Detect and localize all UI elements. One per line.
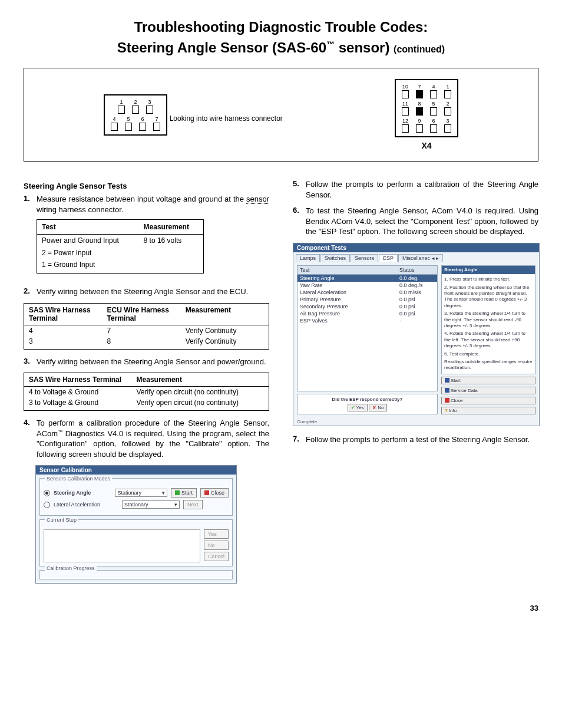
- instructions-panel: Steering Angle 1. Press start to initiat…: [441, 265, 535, 374]
- step-2: 2. Verify wiring between the Steering An…: [24, 286, 269, 297]
- window-title: Sensor Calibration: [36, 466, 236, 475]
- window-title: Component Tests: [293, 243, 539, 252]
- table-row[interactable]: Air Bag Pressure0.0 psi: [297, 310, 437, 317]
- table-cell: Power and Ground Input: [37, 235, 139, 247]
- start-button[interactable]: Start: [171, 488, 197, 498]
- table-row[interactable]: Primary Pressure0.0 psi: [297, 296, 437, 303]
- table-header: Measurement: [181, 303, 269, 325]
- step-text: Follow the prompts to perform a test of …: [306, 435, 530, 444]
- instruction-line: 2. Position the steering wheel so that t…: [444, 285, 533, 309]
- table-row: 47Verify Continuity: [24, 325, 269, 336]
- instruction-line: 4. Rotate the steering wheel 1/4 turn to…: [444, 331, 533, 349]
- step-4: 4. To perform a calibration procedure of…: [24, 418, 269, 459]
- panel-title: Steering Angle: [442, 266, 535, 274]
- no-button[interactable]: ✘No: [369, 404, 387, 411]
- right-column: 5. Follow the prompts to perform a calib…: [293, 179, 538, 592]
- underlined-text: sensor: [246, 195, 269, 204]
- page-title-line2: Steering Angle Sensor (SAS-60™ sensor) (…: [24, 39, 538, 56]
- instruction-line: 1. Press start to initiate the test.: [444, 276, 533, 282]
- continued-label: (continued): [394, 44, 445, 54]
- start-button[interactable]: Start: [441, 377, 535, 384]
- table-row[interactable]: ESP Valves-: [297, 317, 437, 324]
- connector-diagram: 1 2 3 4 5 6 7 Looking into wire harness …: [24, 68, 538, 162]
- table-header: Test: [297, 266, 397, 274]
- pin-label: 5: [432, 101, 435, 107]
- connector-label: X4: [395, 141, 458, 150]
- step-7: 7. Follow the prompts to perform a test …: [293, 434, 538, 445]
- table-header: Status: [397, 266, 437, 274]
- step-1: 1. Measure resistance between input volt…: [24, 194, 269, 281]
- pin-label: 3: [148, 99, 151, 105]
- table-header: SAS Wire Harness Terminal: [24, 303, 103, 325]
- pin-label: 1: [446, 84, 449, 90]
- group-legend: Sensors Calibration Modes: [45, 476, 112, 482]
- select-lateral-mode[interactable]: Stationary▾: [122, 500, 180, 509]
- table-cell: 1 = Ground Input: [37, 259, 139, 274]
- table-sas-power: SAS Wire Harness Terminal Measurement 4 …: [24, 373, 269, 411]
- close-button[interactable]: Close: [200, 488, 229, 498]
- pin-label: 4: [432, 84, 435, 90]
- question-text: Did the ESP respond correctly?: [300, 397, 435, 402]
- info-button[interactable]: ?Info: [441, 407, 535, 414]
- radio-lateral-accel[interactable]: [44, 502, 50, 508]
- table-row[interactable]: Steering Angle0.0 deg.: [297, 275, 437, 282]
- pin-label: 8: [418, 101, 421, 107]
- table-header: Measurement: [132, 373, 269, 387]
- tab-bar: Lamps Switches Sensors ESP Miscellanec ◂…: [293, 252, 539, 262]
- current-step-textarea[interactable]: [44, 529, 200, 562]
- page-title-line1: Troubleshooting Diagnostic Trouble Codes…: [24, 18, 538, 36]
- step-6: 6. To test the Steering Angle Sensor, AC…: [293, 206, 538, 237]
- table-test-measurement: TestMeasurement Power and Ground Input8 …: [37, 219, 204, 274]
- radio-label: Lateral Acceleration: [54, 502, 118, 508]
- table-header: ECU Wire Harness Terminal: [103, 303, 181, 325]
- table-row[interactable]: Lateral Acceleration0.0 m/s/s: [297, 289, 437, 296]
- tab-sensors[interactable]: Sensors: [351, 254, 378, 262]
- group-legend: Current Step: [45, 517, 78, 523]
- pin-label: 2: [134, 99, 137, 105]
- step-text: wiring harness connector.: [37, 205, 123, 214]
- screenshot-sensor-calibration: Sensor Calibration Sensors Calibration M…: [35, 465, 237, 584]
- step-5: 5. Follow the prompts to perform a calib…: [293, 179, 538, 200]
- no-button[interactable]: No: [204, 541, 229, 550]
- next-button[interactable]: Next: [183, 500, 203, 509]
- table-sas-ecu: SAS Wire Harness Terminal ECU Wire Harne…: [24, 303, 269, 350]
- pin-label: 2: [446, 101, 449, 107]
- cancel-button[interactable]: Cancel: [204, 552, 229, 561]
- pin-label: 6: [432, 118, 435, 124]
- pin-label: 11: [402, 101, 408, 107]
- play-icon: [175, 490, 180, 495]
- screenshot-component-tests: Component Tests Lamps Switches Sensors E…: [293, 243, 540, 426]
- tab-lamps[interactable]: Lamps: [296, 254, 320, 262]
- table-header: Measurement: [139, 220, 204, 235]
- tm-symbol: ™: [58, 429, 62, 434]
- pin-label: 12: [402, 118, 408, 124]
- response-panel: Did the ESP respond correctly? ✔Yes ✘No: [297, 394, 438, 414]
- connector-right: 10 7 4 1 11 8 5 2 12 9 6 3 X4: [395, 79, 458, 150]
- pin-label: 7: [156, 116, 158, 122]
- left-column: Steering Angle Sensor Tests 1. Measure r…: [24, 179, 269, 592]
- select-steering-mode[interactable]: Stationary▾: [115, 489, 167, 497]
- table-row[interactable]: Yaw Rate0.0 deg./s: [297, 282, 437, 289]
- section-heading: Steering Angle Sensor Tests: [24, 182, 269, 190]
- tab-misc[interactable]: Miscellanec ◂ ▸: [398, 254, 443, 262]
- status-bar: Complete: [293, 418, 539, 426]
- pin-label: 6: [141, 116, 144, 122]
- yes-button[interactable]: ✔Yes: [348, 404, 368, 411]
- table-row[interactable]: Secondary Pressure0.0 psi: [297, 303, 437, 310]
- tab-esp[interactable]: ESP: [379, 254, 398, 262]
- table-row: 3 to Voltage & GroundVerify open circuit…: [24, 397, 269, 411]
- step-3: 3. Verify wiring between the Steering An…: [24, 357, 269, 367]
- instruction-line: Readings outside specified ranges requir…: [444, 359, 533, 371]
- close-button[interactable]: Close: [441, 397, 535, 404]
- pin-label: 4: [113, 116, 116, 122]
- close-icon: [445, 398, 449, 403]
- yes-button[interactable]: Yes: [204, 529, 229, 539]
- service-data-button[interactable]: Service Data: [441, 387, 535, 394]
- step-text: To test the Steering Angle Sensor, ACom …: [306, 206, 538, 236]
- tab-switches[interactable]: Switches: [320, 254, 350, 262]
- table-row: 38Verify Continuity: [24, 336, 269, 350]
- group-legend: Calibration Progress: [45, 565, 97, 571]
- instruction-line: 3. Rotate the steering wheel 1/4 turn to…: [444, 311, 533, 329]
- radio-steering-angle[interactable]: [44, 490, 50, 496]
- page-number: 33: [24, 604, 538, 612]
